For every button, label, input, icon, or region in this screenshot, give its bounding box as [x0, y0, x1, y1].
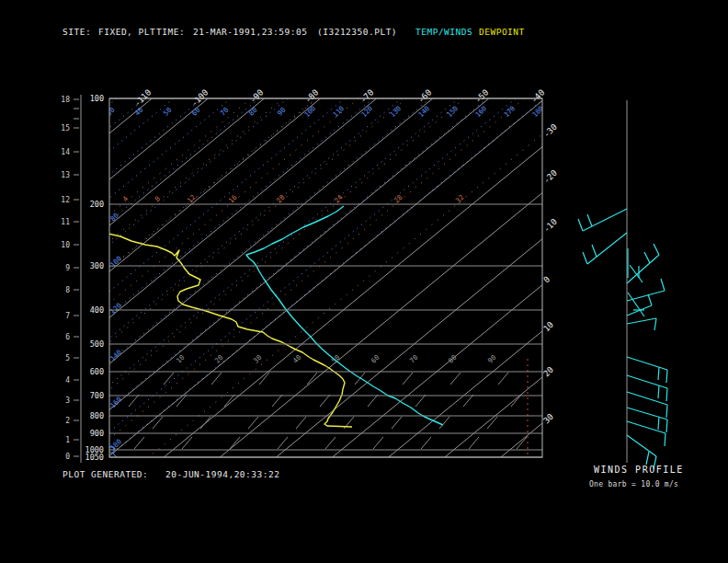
pressure-tick-label: 600 [90, 367, 104, 376]
dry-adiabat-line [21, 98, 459, 457]
short-grid-segment [320, 395, 330, 407]
wind-barb-segment [666, 419, 667, 432]
wind-barb-segment [658, 367, 659, 380]
dry-adiabat-left-label: 160 [108, 395, 123, 409]
short-grid-segment [134, 437, 144, 449]
pressure-tick-label: 100 [90, 94, 104, 103]
moist-adiabat-label: 24 [333, 193, 345, 205]
isotherm-right-label: -20 [541, 168, 559, 186]
wind-barb-segment [644, 252, 650, 263]
moist-adiabat-label: 4 [120, 194, 130, 203]
short-grid-segment [368, 395, 378, 407]
moist-adiabat-line [28, 98, 465, 457]
isotherm-line [0, 98, 208, 457]
short-grid-segment [421, 437, 431, 449]
short-grid-segment [211, 373, 222, 385]
short-grid-segment [463, 395, 473, 407]
dry-adiabat-top-label: 110 [331, 104, 346, 119]
wind-barb-segment [578, 219, 583, 231]
isotherm-line [333, 98, 728, 457]
short-grid-segment [439, 417, 449, 429]
height-tick-label: 4 [65, 376, 70, 385]
height-tick-label: 11 [61, 218, 70, 226]
wind-barb-segment [646, 452, 649, 465]
height-tick-label: 7 [65, 312, 70, 320]
pressure-tick-label: 700 [90, 391, 104, 400]
dry-adiabat-top-label: 80 [247, 106, 259, 118]
isotherm-right-label: 30 [541, 412, 555, 426]
height-tick-label: 1 [65, 436, 70, 444]
dry-adiabat-top-label: 90 [276, 106, 288, 118]
wind-barb-segment [627, 421, 665, 433]
short-grid-segment [200, 417, 210, 429]
wind-barb-segment [654, 318, 656, 330]
mid-row-label: 60 [370, 353, 381, 365]
short-grid-segment [511, 395, 521, 407]
pressure-tick-label: 300 [90, 261, 104, 270]
height-tick-label: 9 [65, 264, 70, 272]
height-tick-label: 13 [61, 171, 70, 179]
height-tick-label: 12 [61, 196, 70, 204]
height-tick-label: 8 [65, 286, 70, 294]
height-tick-label: 6 [65, 333, 70, 341]
isotherm-line [108, 98, 545, 457]
wind-barb-segment [658, 417, 659, 430]
pressure-tick-label: 1050 [85, 453, 104, 462]
isotherm-line [0, 98, 321, 457]
height-tick-label: 0 [65, 453, 70, 461]
short-grid-segment [164, 373, 174, 385]
moist-adiabat-label: 32 [454, 193, 466, 205]
plot-generated-value: 20-JUN-1994,20:33:22 [165, 469, 279, 479]
short-grid-segment [373, 437, 383, 449]
wind-barb-segment [666, 405, 667, 418]
wind-barb-segment [592, 245, 597, 257]
winds-profile-title: WINDS PROFILE [594, 465, 684, 475]
isotherm-right-label: 20 [541, 365, 555, 379]
dry-adiabat-top-label: 30 [105, 106, 117, 118]
isotherm-line [220, 98, 657, 457]
skewt-app-window: SITE: FIXED, PLT TIME: 21-MAR-1991,23:59… [0, 0, 728, 563]
short-grid-segment [153, 417, 163, 429]
isotherm-line [277, 98, 714, 457]
plot-generated-label: PLOT GENERATED: [63, 469, 148, 479]
dry-adiabat-line [0, 98, 174, 457]
dewpoint-trace [108, 234, 352, 427]
wind-barb-segment [627, 357, 667, 370]
dry-adiabat-line [0, 98, 202, 457]
dry-adiabat-top-label: 150 [445, 104, 460, 119]
wind-barb-segment [627, 392, 667, 405]
dry-adiabat-left-label: 120 [108, 301, 123, 316]
height-tick-label: 5 [65, 354, 70, 362]
dry-adiabat-left-label: 80 [108, 211, 120, 223]
wind-barb-segment [587, 214, 592, 226]
pressure-tick-label: 200 [90, 200, 104, 209]
dry-adiabat-top-label: 180 [530, 104, 545, 119]
pressure-tick-label: 800 [90, 411, 104, 420]
isotherm-line [0, 98, 264, 457]
wind-barb-segment [661, 279, 665, 291]
isotherm-line [164, 98, 601, 457]
wind-barb-segment [628, 293, 644, 316]
moist-adiabat-line [87, 98, 525, 457]
isotherm-line [389, 98, 728, 457]
moist-adiabat-label: 20 [275, 193, 287, 205]
short-grid-segment [129, 395, 139, 407]
dry-adiabat-line [0, 98, 259, 457]
dry-adiabat-line [78, 98, 516, 457]
mid-row-label: 50 [330, 353, 342, 365]
dry-adiabat-line [107, 98, 544, 457]
mid-row-label: 40 [291, 353, 303, 365]
mid-row-label: 30 [252, 353, 264, 365]
isotherm-top-label: -80 [303, 87, 321, 105]
wind-barb-segment [666, 388, 667, 401]
wind-barb-segment [648, 294, 652, 305]
wind-barb-segment [666, 370, 667, 383]
short-grid-segment [325, 437, 336, 449]
height-tick-label: 18 [61, 96, 70, 104]
short-grid-segment [296, 417, 306, 429]
isotherm-right-label: 10 [541, 320, 555, 334]
height-tick-label: 15 [61, 124, 70, 132]
pressure-tick-label: 500 [90, 339, 104, 349]
height-tick-label: 3 [65, 396, 70, 405]
moist-adiabat-label: 12 [186, 193, 198, 205]
